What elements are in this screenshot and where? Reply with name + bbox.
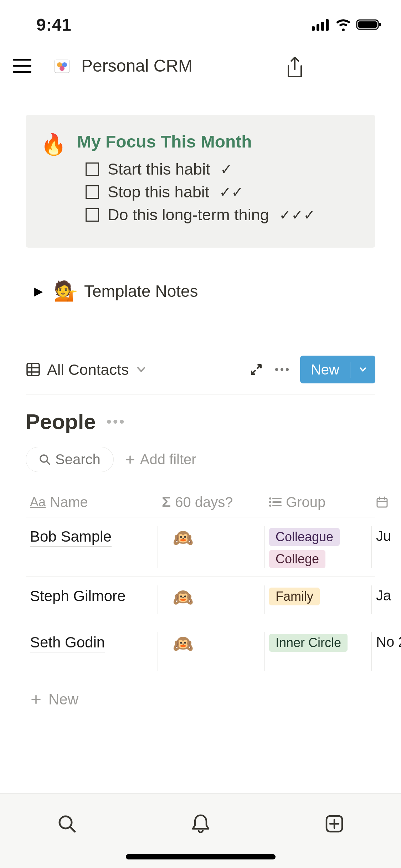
column-label: 60 days?	[175, 494, 233, 510]
cell-60days: 🙉	[162, 588, 193, 607]
svg-point-26	[269, 505, 271, 507]
svg-rect-11	[27, 363, 39, 376]
status-bar: 9:41	[0, 0, 401, 43]
new-button[interactable]: New	[300, 356, 375, 383]
new-row-button[interactable]: New	[26, 680, 375, 719]
triangle-right-icon: ▶	[34, 284, 43, 298]
template-notes-toggle[interactable]: ▶ 💁 Template Notes	[26, 280, 375, 302]
app-header: Personal CRM	[0, 43, 401, 89]
svg-rect-6	[379, 23, 381, 26]
svg-rect-28	[377, 498, 387, 507]
search-label: Search	[55, 451, 101, 467]
more-button[interactable]	[274, 362, 289, 377]
database-title-row: People •••	[26, 409, 375, 434]
expand-button[interactable]	[249, 362, 264, 377]
filter-row: Search Add filter	[26, 447, 375, 472]
column-name[interactable]: Aa Name	[26, 494, 158, 511]
check-icon: ✓✓	[219, 184, 243, 200]
svg-line-19	[47, 461, 50, 464]
svg-point-15	[275, 368, 278, 371]
sigma-icon: Σ	[162, 494, 171, 511]
plus-icon	[30, 693, 42, 706]
svg-rect-3	[326, 19, 329, 31]
tag: Family	[269, 588, 320, 605]
focus-callout[interactable]: 🔥 My Focus This Month Start this habit ✓…	[26, 115, 375, 248]
svg-rect-1	[317, 24, 319, 31]
menu-button[interactable]	[13, 55, 34, 77]
new-row-label: New	[48, 691, 78, 708]
callout-title: My Focus This Month	[77, 132, 324, 151]
tag: College	[269, 550, 325, 568]
plus-icon	[124, 454, 136, 465]
nav-add-button[interactable]	[324, 813, 345, 835]
contacts-table: Aa Name Σ 60 days? Group Bob Sample	[26, 494, 375, 719]
tag: Inner Circle	[269, 634, 348, 652]
home-indicator[interactable]	[126, 854, 276, 859]
cell-date: Ja	[376, 588, 391, 604]
cellular-icon	[312, 19, 330, 31]
column-label: Group	[286, 494, 325, 510]
cell-group: Family	[269, 588, 320, 605]
page-title: Personal CRM	[81, 56, 192, 76]
cell-name: Seth Godin	[30, 634, 105, 652]
svg-rect-2	[321, 22, 324, 31]
svg-rect-0	[312, 26, 315, 31]
svg-line-35	[70, 827, 75, 832]
cell-date: No 20	[376, 634, 401, 650]
checkbox-icon[interactable]	[86, 162, 99, 176]
check-icon: ✓	[220, 161, 232, 177]
todo-text: Stop this habit	[108, 183, 209, 201]
page-content: 🔥 My Focus This Month Start this habit ✓…	[0, 89, 401, 719]
cell-60days: 🙉	[162, 528, 193, 547]
todo-text: Do this long-term thing	[108, 206, 269, 224]
share-button[interactable]	[285, 56, 305, 76]
column-group[interactable]: Group	[264, 494, 371, 511]
more-icon[interactable]: •••	[107, 414, 126, 430]
cell-date: Ju	[376, 528, 391, 544]
fire-icon: 🔥	[41, 134, 66, 228]
new-button-label: New	[300, 362, 350, 378]
database-header: All Contacts New	[26, 356, 375, 394]
nav-search-button[interactable]	[56, 813, 78, 835]
page-icon[interactable]	[51, 55, 73, 77]
todo-item[interactable]: Stop this habit ✓✓	[86, 183, 315, 201]
chevron-down-icon[interactable]	[350, 365, 375, 374]
svg-point-10	[60, 66, 65, 71]
toggle-label: Template Notes	[84, 281, 198, 301]
database-title[interactable]: People	[26, 409, 96, 434]
view-selector[interactable]: All Contacts	[26, 361, 147, 378]
table-row[interactable]: Steph Gilmore 🙉 Family Ja	[26, 577, 375, 623]
battery-icon	[356, 19, 382, 31]
checkbox-icon[interactable]	[86, 185, 99, 199]
cell-name: Steph Gilmore	[30, 588, 125, 606]
wifi-icon	[335, 19, 352, 31]
table-header: Aa Name Σ 60 days? Group	[26, 494, 375, 517]
search-icon	[39, 454, 51, 466]
view-label: All Contacts	[47, 361, 129, 378]
add-filter-label: Add filter	[140, 451, 196, 467]
todo-text: Start this habit	[108, 160, 210, 179]
calendar-icon	[376, 496, 389, 508]
nav-notifications-button[interactable]	[190, 812, 211, 835]
table-icon	[26, 362, 41, 377]
todo-item[interactable]: Start this habit ✓	[86, 160, 315, 179]
text-icon: Aa	[30, 495, 46, 510]
svg-rect-5	[358, 21, 377, 28]
cell-group: Inner Circle	[269, 634, 348, 652]
column-60days[interactable]: Σ 60 days?	[158, 494, 264, 511]
column-date[interactable]	[371, 494, 401, 511]
tag: Colleague	[269, 528, 340, 546]
list-icon	[269, 497, 282, 507]
person-tipping-hand-icon: 💁	[54, 280, 78, 302]
checkbox-icon[interactable]	[86, 208, 99, 222]
todo-item[interactable]: Do this long-term thing ✓✓✓	[86, 206, 315, 224]
search-button[interactable]: Search	[26, 447, 114, 472]
svg-point-16	[281, 368, 283, 371]
add-filter-button[interactable]: Add filter	[124, 451, 196, 467]
table-row[interactable]: Bob Sample 🙉 Colleague College Ju	[26, 517, 375, 577]
cell-name: Bob Sample	[30, 528, 112, 547]
table-row[interactable]: Seth Godin 🙉 Inner Circle No 20	[26, 623, 375, 680]
cell-group: Colleague College	[269, 528, 340, 568]
status-time: 9:41	[19, 15, 71, 35]
cell-60days: 🙉	[162, 634, 193, 653]
